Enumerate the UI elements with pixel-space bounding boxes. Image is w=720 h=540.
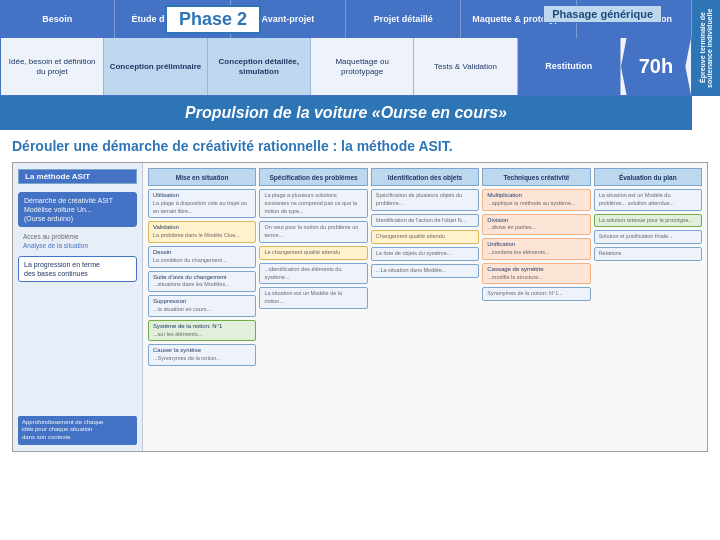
phase-label: Phase 2 [165,5,261,34]
node-mult: Multiplication...applique la méthode au … [482,189,590,211]
diagram-left-panel: La méthode ASIT Démarche de créativité A… [13,163,143,451]
node-tech-5: Synonymes de la notion: N°1... [482,287,590,301]
diagram-col-3: Spécification de plusieurs objets du pro… [371,189,479,446]
node-suppression: Suppression...la situation en cours... [148,295,256,317]
node-unif: Unification...combine les éléments... [482,238,590,260]
diagram-col-1: UtilisationLa plage à disposition vide a… [148,189,256,446]
node-obj-3: Changement qualité attendu [371,230,479,244]
diagram-col-4: Multiplication...applique la méthode au … [482,189,590,446]
asit-box: Démarche de créativité ASITModélise voit… [18,192,137,227]
node-obj-4: La liste de objets du système... [371,247,479,261]
node-spec-2: On veut pour la notion du problème un te… [259,221,367,243]
bottom-info-box: Approfondissement de chaqueidée pour cha… [18,416,137,445]
node-cass: Cassage de symétrie...modifie la structu… [482,263,590,285]
phase-detail-row: Idée, besoin et définition du projet Con… [0,38,692,96]
node-div: Division...divise en parties... [482,214,590,236]
node-eval-1: La situation est un Modèle du problème..… [594,189,702,211]
section-header-1: Mise en situation [148,168,256,186]
main-content: Dérouler une démarche de créativité rati… [0,130,720,460]
diagram-col-5: La situation est un Modèle du problème..… [594,189,702,446]
cell-maquettage: Maquettage ou prototypage [311,38,414,95]
blue-banner: Propulsion de la voiture «Ourse en cours… [0,96,692,130]
cell-conception-detail: Conception détaillée, simulation [208,38,311,95]
diagram-left-title: La méthode ASIT [18,169,137,184]
node-eval-4: Relations [594,247,702,261]
node-obj-2: Identification de l'action de l'objet N.… [371,214,479,228]
node-spec-3: Le changement qualité attendu [259,246,367,260]
cell-conception-prelim: Conception préliminaire [104,38,207,95]
node-systeme: Système de la notion: N°1...sur les élém… [148,320,256,342]
section-header-5: Évaluation du plan [594,168,702,186]
process-bar: Besoin Étude de faisabilité Avant-projet… [0,0,692,38]
step-projet-detaille: Projet détaillé [346,0,461,38]
node-causer: Causer la syntèse...Synonymes de la noti… [148,344,256,366]
node-utilisation: UtilisationLa plage à disposition vide a… [148,189,256,218]
section-header-2: Spécification des problèmes [259,168,367,186]
diagram-col-2: La plage a plusieurs solutions existante… [259,189,367,446]
node-validation: ValidationLa problème dans le Modèle Clu… [148,221,256,243]
node-spec-5: La situation est un Modèle de la notion.… [259,287,367,309]
time-badge: 70h [621,38,691,95]
node-suite: Suite d'avis du changement...situations … [148,271,256,293]
banner-text: Propulsion de la voiture «Ourse en cours… [185,104,507,122]
left-detail-box: La progression en termedes bases continu… [18,256,137,282]
node-dessin: DessinLa condition du changement... [148,246,256,268]
vertical-label: Épreuve terminale de soutenance individu… [692,0,720,96]
phasage-label: Phasage générique [543,5,662,23]
node-eval-2: La solution retenue pour le prototype... [594,214,702,228]
diagram-right-panel: Mise en situation Spécification des prob… [143,163,707,451]
node-obj-5: ...La situation dans Modèle... [371,264,479,278]
cell-restitution: Restitution [518,38,621,95]
cell-idee: Idée, besoin et définition du projet [1,38,104,95]
node-spec-1: La plage a plusieurs solutions existante… [259,189,367,218]
node-eval-3: Solution et justification finale... [594,230,702,244]
node-obj-1: Spécification de plusieurs objets du pro… [371,189,479,211]
step-besoin: Besoin [0,0,115,38]
cell-tests-validation: Tests & Validation [414,38,517,95]
left-subtitle: Acces au problème Analyse de la situatio… [18,231,137,252]
node-spec-4: ...identification des éléments du systèm… [259,263,367,285]
section-header-4: Techniques créativité [482,168,590,186]
diagram-area: La méthode ASIT Démarche de créativité A… [12,162,708,452]
main-title: Dérouler une démarche de créativité rati… [12,138,708,154]
section-header-3: Identification des objets [371,168,479,186]
